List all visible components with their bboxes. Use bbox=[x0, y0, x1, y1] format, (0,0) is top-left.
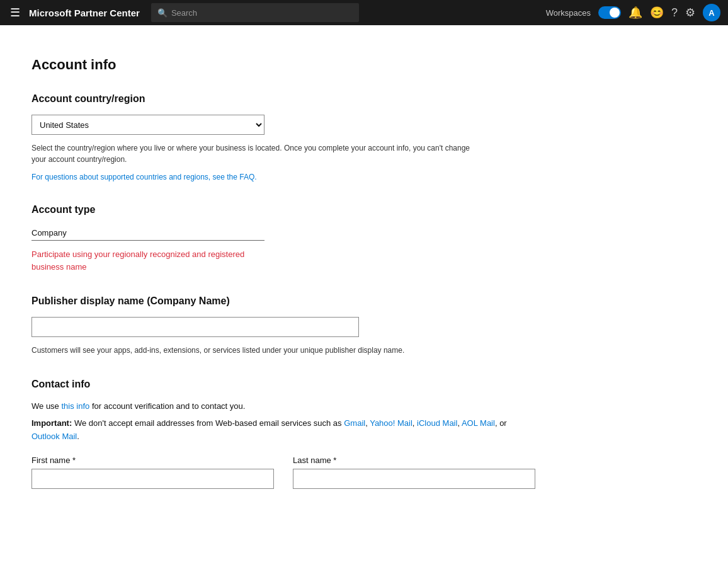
topbar: ☰ Microsoft Partner Center 🔍 Workspaces … bbox=[0, 0, 728, 25]
first-name-label: First name * bbox=[31, 456, 274, 465]
outlook-link[interactable]: Outlook Mail bbox=[31, 432, 77, 441]
notification-icon[interactable]: 🔔 bbox=[628, 6, 642, 20]
publisher-title: Publisher display name (Company Name) bbox=[31, 295, 535, 307]
search-box: 🔍 bbox=[151, 3, 359, 22]
publisher-hint: Customers will see your apps, add-ins, e… bbox=[31, 345, 472, 356]
publisher-name-input[interactable] bbox=[31, 317, 359, 337]
account-country-title: Account country/region bbox=[31, 93, 535, 105]
search-input[interactable] bbox=[171, 8, 353, 18]
account-type-title: Account type bbox=[31, 204, 535, 215]
workspaces-label: Workspaces bbox=[546, 8, 591, 18]
workspaces-toggle[interactable] bbox=[598, 6, 621, 19]
topbar-right: Workspaces 🔔 😊 ? ⚙ A bbox=[546, 4, 720, 21]
contact-info-notice: We use this info for account verificatio… bbox=[31, 400, 535, 413]
account-type-description: Participate using your regionally recogn… bbox=[31, 248, 264, 273]
contact-info-section: Contact info We use this info for accoun… bbox=[31, 379, 535, 489]
account-type-input[interactable] bbox=[31, 226, 264, 241]
faq-link[interactable]: For questions about supported countries … bbox=[31, 173, 535, 181]
yahoo-link[interactable]: Yahoo! Mail bbox=[370, 418, 412, 428]
country-hint: Select the country/region where you live… bbox=[31, 142, 472, 165]
page-title: Account info bbox=[31, 57, 535, 73]
country-form-group: United States United Kingdom Canada Aust… bbox=[31, 115, 535, 135]
country-select[interactable]: United States United Kingdom Canada Aust… bbox=[31, 115, 264, 135]
contact-info-title: Contact info bbox=[31, 379, 535, 390]
first-name-field: First name * bbox=[31, 456, 274, 489]
aol-link[interactable]: AOL Mail bbox=[462, 418, 495, 428]
gmail-link[interactable]: Gmail bbox=[344, 418, 365, 428]
last-name-label: Last name * bbox=[293, 456, 535, 465]
avatar[interactable]: A bbox=[703, 4, 720, 21]
account-type-form-group bbox=[31, 226, 535, 241]
account-country-section: Account country/region United States Uni… bbox=[31, 93, 535, 181]
settings-icon[interactable]: ⚙ bbox=[685, 6, 695, 20]
help-icon[interactable]: ? bbox=[671, 6, 678, 20]
search-icon: 🔍 bbox=[157, 8, 168, 18]
last-name-field: Last name * bbox=[293, 456, 535, 489]
publisher-form-group bbox=[31, 317, 535, 337]
name-row: First name * Last name * bbox=[31, 456, 535, 489]
emoji-icon[interactable]: 😊 bbox=[650, 6, 664, 20]
account-type-section: Account type Participate using your regi… bbox=[31, 204, 535, 273]
brand-label: Microsoft Partner Center bbox=[29, 8, 140, 18]
publisher-section: Publisher display name (Company Name) Cu… bbox=[31, 295, 535, 356]
first-name-input[interactable] bbox=[31, 469, 274, 489]
main-content: Account info Account country/region Unit… bbox=[0, 25, 567, 562]
menu-icon[interactable]: ☰ bbox=[8, 3, 23, 22]
this-info-link[interactable]: this info bbox=[61, 401, 89, 411]
last-name-input[interactable] bbox=[293, 469, 535, 489]
contact-info-important: Important: We don't accept email address… bbox=[31, 417, 535, 444]
icloud-link[interactable]: iCloud Mail bbox=[417, 418, 457, 428]
